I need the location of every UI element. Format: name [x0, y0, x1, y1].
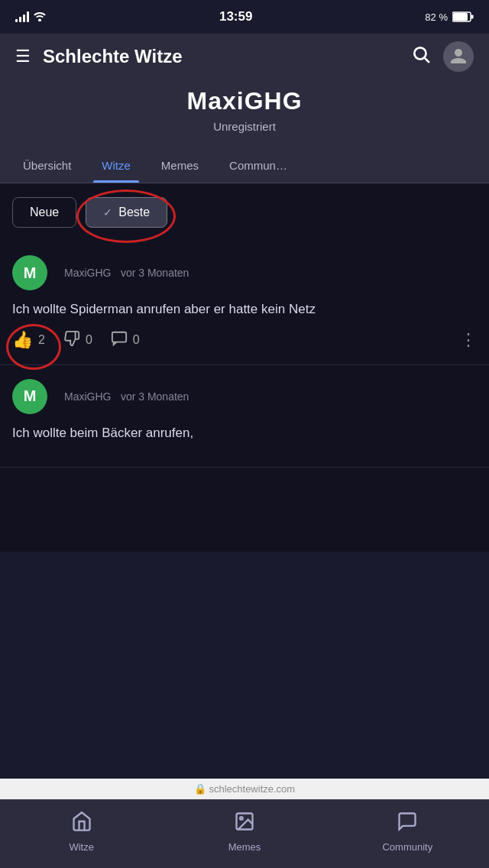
image-icon — [234, 811, 255, 837]
tab-uebersicht[interactable]: Übersicht — [8, 148, 86, 183]
bottom-nav: Witze Memes Community — [0, 799, 489, 868]
tabs-container: Übersicht Witze Memes Commun… — [0, 148, 489, 183]
bottom-nav-community[interactable]: Community — [377, 811, 438, 853]
post-meta-2: MaxiGHG vor 3 Monaten — [58, 390, 189, 403]
user-avatar-2: M — [12, 379, 47, 414]
post-text-2: Ich wollte beim Bäcker anrufen, — [12, 423, 477, 443]
search-icon[interactable] — [411, 44, 431, 69]
post-header-1: M MaxiGHG vor 3 Monaten — [12, 255, 477, 290]
hamburger-menu-icon[interactable]: ☰ — [15, 47, 31, 66]
profile-header: MaxiGHG Unregistriert — [0, 79, 489, 148]
signal-icon — [15, 11, 29, 22]
post-text-1: Ich wollte Spiderman anrufen aber er hat… — [12, 300, 477, 319]
post-meta-1: MaxiGHG vor 3 Monaten — [58, 266, 189, 280]
filter-beste-wrapper: ✓ Beste — [86, 197, 167, 228]
checkmark-icon: ✓ — [103, 206, 112, 219]
chat-icon — [397, 811, 418, 837]
user-avatar-button[interactable] — [443, 41, 474, 72]
dislike-button-1[interactable]: 0 — [63, 330, 92, 351]
bottom-nav-memes[interactable]: Memes — [214, 811, 275, 853]
like-count-1: 2 — [38, 333, 45, 347]
user-avatar-1: M — [12, 255, 47, 290]
thumbs-up-icon: 👍 — [12, 330, 33, 350]
svg-rect-2 — [471, 15, 474, 19]
tab-community[interactable]: Commun… — [214, 148, 303, 183]
wifi-icon — [33, 11, 47, 24]
more-options-button-1[interactable]: ⋮ — [460, 330, 477, 350]
post-author-1: MaxiGHG vor 3 Monaten — [58, 266, 189, 280]
app-title: Schlechte Witze — [43, 46, 399, 67]
like-button-1[interactable]: 👍 2 — [12, 330, 45, 350]
status-bar: 13:59 82 % — [0, 0, 489, 34]
post-card-2: M MaxiGHG vor 3 Monaten Ich wollte beim … — [0, 365, 489, 468]
status-left — [15, 11, 47, 24]
beste-label: Beste — [118, 206, 150, 219]
svg-rect-1 — [453, 13, 468, 21]
bottom-nav-witze-label: Witze — [69, 841, 94, 853]
filter-row: Neue ✓ Beste — [0, 183, 489, 241]
tab-witze[interactable]: Witze — [86, 148, 146, 183]
top-nav-bar: ☰ Schlechte Witze — [0, 34, 489, 79]
svg-point-3 — [414, 47, 426, 59]
thumbs-down-icon — [63, 330, 80, 351]
filter-beste-button[interactable]: ✓ Beste — [86, 197, 167, 228]
status-right: 82 % — [425, 11, 474, 23]
footer-url: 🔒 schlechtewitze.com — [0, 779, 489, 799]
svg-rect-5 — [112, 332, 126, 342]
home-icon — [71, 811, 92, 837]
svg-point-7 — [240, 817, 243, 820]
post-actions-1: 👍 2 0 — [12, 330, 477, 351]
main-content: Neue ✓ Beste M MaxiGHG vor 3 Monaten Ich… — [0, 183, 489, 552]
post-author-2: MaxiGHG vor 3 Monaten — [58, 390, 189, 403]
comment-count-1: 0 — [133, 333, 140, 347]
profile-name: MaxiGHG — [0, 87, 489, 115]
bottom-nav-community-label: Community — [382, 841, 432, 853]
status-time: 13:59 — [219, 9, 252, 24]
post-card-1: M MaxiGHG vor 3 Monaten Ich wollte Spide… — [0, 241, 489, 365]
svg-line-4 — [425, 58, 429, 63]
comment-button-1[interactable]: 0 — [111, 330, 140, 351]
filter-neue-button[interactable]: Neue — [12, 197, 76, 228]
dislike-count-1: 0 — [86, 333, 92, 347]
comment-icon — [111, 330, 128, 351]
profile-status: Unregistriert — [0, 120, 489, 133]
post-header-2: M MaxiGHG vor 3 Monaten — [12, 379, 477, 414]
battery-icon — [452, 11, 474, 22]
tab-memes[interactable]: Memes — [146, 148, 214, 183]
bottom-nav-witze[interactable]: Witze — [51, 811, 112, 853]
like-wrapper-1: 👍 2 — [12, 330, 45, 350]
battery-percent: 82 % — [425, 11, 448, 23]
bottom-nav-memes-label: Memes — [228, 841, 261, 853]
